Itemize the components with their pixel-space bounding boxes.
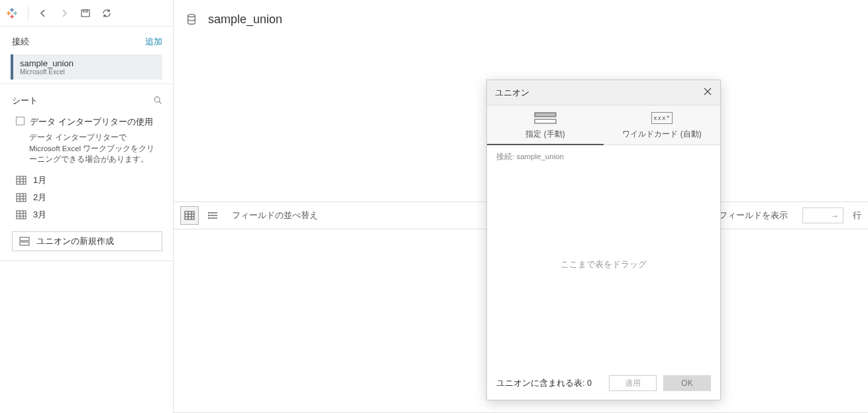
svg-rect-28 (20, 242, 29, 245)
interpreter-label: データ インタープリターの使用 (30, 116, 153, 128)
svg-rect-43 (535, 113, 556, 117)
back-button[interactable] (34, 4, 52, 23)
dialog-body: 接続: sample_union ここまで表をドラッグ (487, 145, 720, 367)
add-connection-link[interactable]: 追加 (145, 36, 162, 48)
datasource-title[interactable]: sample_union (208, 13, 282, 27)
interpreter-row[interactable]: データ インタープリターの使用 (0, 112, 173, 129)
tab-manual-label: 指定 (手動) (525, 129, 565, 140)
svg-point-39 (208, 215, 209, 216)
tab-manual[interactable]: 指定 (手動) (487, 105, 604, 145)
grid-view-button[interactable] (180, 206, 199, 225)
sidebar: 接続 追加 sample_union Microsoft Excel シート デ… (0, 0, 174, 413)
svg-rect-17 (17, 194, 26, 202)
dialog-connection-label: 接続: sample_union (487, 145, 720, 162)
svg-rect-12 (17, 176, 26, 184)
sheet-label: 1月 (33, 174, 46, 186)
connection-item[interactable]: sample_union Microsoft Excel (11, 54, 162, 80)
sheet-item[interactable]: 2月 (0, 189, 173, 206)
close-button[interactable] (703, 87, 712, 98)
table-icon (16, 176, 27, 185)
sheets-header: シート (0, 84, 173, 112)
interpreter-checkbox[interactable] (16, 117, 25, 125)
connections-header: 接続 追加 (0, 27, 173, 54)
new-union-button[interactable]: ユニオンの新規作成 (12, 231, 162, 251)
dialog-footer: ユニオンに含まれる表: 0 適用 OK (487, 367, 720, 400)
sheet-label: 3月 (33, 209, 46, 221)
connections-label: 接続 (12, 36, 29, 48)
refresh-button[interactable] (97, 4, 116, 23)
svg-rect-9 (83, 10, 87, 12)
union-dialog: ユニオン 指定 (手動) xxx* ワイルドカード (自動) (486, 80, 721, 400)
svg-rect-44 (535, 119, 556, 123)
datasource-header: sample_union (174, 0, 868, 38)
sheet-item[interactable]: 3月 (0, 206, 173, 223)
drop-hint: ここまで表をドラッグ (561, 259, 647, 270)
svg-point-29 (188, 15, 195, 17)
table-icon (16, 210, 27, 219)
svg-line-11 (159, 101, 161, 103)
interpreter-description: データ インタープリターで Microsoft Excel ワークブックをクリー… (0, 129, 173, 172)
dialog-title: ユニオン (495, 87, 529, 99)
sheet-item[interactable]: 1月 (0, 172, 173, 189)
connection-type: Microsoft Excel (20, 68, 156, 76)
wildcard-glyph: xxx* (651, 112, 673, 124)
top-toolbar (0, 0, 173, 27)
list-view-button[interactable] (204, 206, 223, 225)
rows-arrow-icon: → (830, 211, 839, 221)
new-union-label: ユニオンの新規作成 (36, 235, 114, 247)
svg-rect-30 (185, 211, 194, 219)
rows-label: 行 (853, 210, 861, 221)
dialog-header: ユニオン (487, 80, 720, 105)
connection-name: sample_union (20, 58, 156, 68)
tab-wildcard-label: ワイルドカード (自動) (622, 129, 701, 140)
svg-point-38 (208, 213, 209, 213)
manual-tab-icon (532, 110, 559, 126)
tab-wildcard[interactable]: xxx* ワイルドカード (自動) (604, 105, 720, 145)
tableau-logo (5, 7, 19, 20)
union-drop-zone[interactable]: ここまで表をドラッグ (487, 162, 720, 367)
apply-button[interactable]: 適用 (609, 375, 657, 391)
dialog-tabs: 指定 (手動) xxx* ワイルドカード (自動) (487, 105, 720, 145)
svg-point-40 (208, 218, 209, 219)
svg-point-10 (154, 97, 160, 102)
main-area: sample_union でドラッグ フィールドの並べ替え 別名を表示 非表示の… (174, 0, 868, 413)
svg-rect-22 (17, 211, 26, 219)
database-icon (186, 13, 199, 26)
save-button[interactable] (76, 4, 95, 23)
sheets-label: シート (12, 95, 38, 107)
table-icon (16, 193, 27, 202)
sort-fields-label[interactable]: フィールドの並べ替え (232, 210, 318, 221)
forward-button (55, 4, 74, 23)
svg-rect-27 (20, 237, 29, 241)
svg-rect-8 (81, 10, 89, 17)
rows-input[interactable]: → (802, 207, 843, 223)
union-count-label: ユニオンに含まれる表: 0 (496, 378, 602, 389)
sheet-label: 2月 (33, 192, 46, 204)
union-icon (19, 237, 30, 246)
search-icon[interactable] (153, 95, 162, 107)
ok-button[interactable]: OK (663, 375, 711, 391)
wildcard-tab-icon: xxx* (651, 110, 673, 126)
